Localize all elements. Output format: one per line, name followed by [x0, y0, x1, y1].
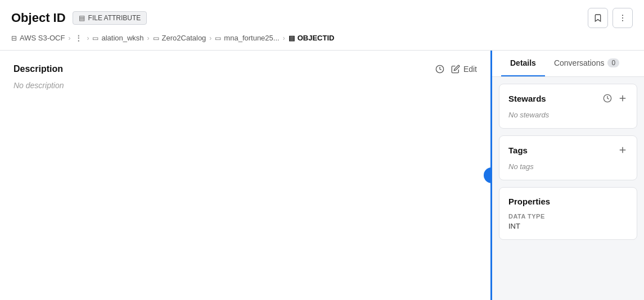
badge-icon: ▤ — [79, 14, 85, 22]
edit-label: Edit — [463, 65, 477, 74]
tabs: Details Conversations 0 — [492, 51, 644, 77]
left-panel: Description Edit No description — [0, 51, 492, 300]
stewards-card: Stewards No stewards — [499, 84, 637, 129]
svg-point-1 — [622, 17, 623, 19]
tab-conversations-label: Conversations — [554, 58, 605, 67]
svg-point-0 — [622, 15, 623, 16]
page-header: Object ID ▤ FILE ATTRIBUTE ⊟ AWS S3-OCF … — [0, 0, 644, 51]
more-options-button[interactable] — [613, 8, 633, 28]
no-description: No description — [13, 81, 64, 90]
page-title: Object ID — [11, 11, 66, 25]
right-panel: Details Conversations 0 Stewards — [492, 51, 644, 300]
prop-data-type-value: INT — [508, 222, 628, 230]
properties-title: Properties — [508, 197, 550, 206]
breadcrumb-label-mna: mna_fortune25... — [224, 34, 279, 42]
prop-data-type-label: DATA TYPE — [508, 213, 628, 220]
description-header: Description Edit — [13, 64, 477, 74]
alation-icon: ▭ — [92, 34, 98, 42]
tab-details-label: Details — [510, 58, 536, 67]
breadcrumb-item-alation[interactable]: ▭ alation_wksh — [92, 34, 143, 42]
description-actions: Edit — [435, 65, 477, 74]
no-tags: No tags — [508, 162, 534, 171]
objectid-icon: ▤ — [289, 34, 295, 42]
badge-label: FILE ATTRIBUTE — [88, 14, 141, 22]
conversations-count: 0 — [607, 58, 619, 67]
file-attribute-badge: ▤ FILE ATTRIBUTE — [73, 11, 147, 25]
breadcrumb-item-objectid[interactable]: ▤ OBJECTID — [289, 34, 335, 42]
breadcrumb-label-aws: AWS S3-OCF — [20, 34, 65, 42]
tags-actions — [618, 145, 628, 155]
stewards-add-button[interactable] — [618, 93, 628, 103]
breadcrumb-dots[interactable]: ⋮ — [74, 34, 83, 42]
breadcrumb-sep-2: › — [87, 34, 89, 42]
zero2-icon: ▭ — [153, 34, 159, 42]
properties-card: Properties DATA TYPE INT — [499, 187, 637, 240]
collapse-button[interactable] — [484, 167, 492, 183]
no-stewards: No stewards — [508, 111, 549, 119]
stewards-actions — [603, 93, 628, 103]
stewards-history-button[interactable] — [603, 94, 612, 103]
breadcrumb-sep-3: › — [147, 34, 150, 42]
stewards-header: Stewards — [508, 93, 628, 103]
breadcrumb-label-objectid: OBJECTID — [298, 34, 335, 42]
svg-point-2 — [622, 20, 623, 21]
title-area: Object ID ▤ FILE ATTRIBUTE — [11, 11, 147, 25]
tags-header: Tags — [508, 145, 628, 155]
description-title: Description — [13, 64, 63, 74]
header-actions — [588, 8, 633, 28]
history-button[interactable] — [435, 65, 444, 74]
breadcrumb-label-zero2: Zero2Catalog — [162, 34, 206, 42]
breadcrumb-label-alation: alation_wksh — [101, 34, 143, 42]
tags-title: Tags — [508, 146, 528, 155]
prop-data-type: DATA TYPE INT — [508, 213, 628, 230]
stewards-title: Stewards — [508, 94, 546, 103]
edit-button[interactable]: Edit — [451, 65, 477, 74]
aws-icon: ⊟ — [11, 34, 17, 42]
mna-icon: ▭ — [215, 34, 221, 42]
breadcrumb-item-zero2[interactable]: ▭ Zero2Catalog — [153, 34, 206, 42]
breadcrumb-sep-5: › — [283, 34, 285, 42]
tags-add-button[interactable] — [618, 145, 628, 155]
breadcrumb-sep-1: › — [68, 34, 70, 42]
main-container: Description Edit No description Details — [0, 51, 644, 300]
tab-conversations[interactable]: Conversations 0 — [545, 51, 628, 76]
properties-header: Properties — [508, 197, 628, 206]
tags-card: Tags No tags — [499, 135, 637, 180]
breadcrumb-item-mna[interactable]: ▭ mna_fortune25... — [215, 34, 279, 42]
breadcrumb-sep-4: › — [209, 34, 211, 42]
tab-details[interactable]: Details — [501, 51, 545, 76]
breadcrumb-item-aws[interactable]: ⊟ AWS S3-OCF — [11, 34, 65, 42]
bookmark-button[interactable] — [588, 8, 608, 28]
breadcrumb: ⊟ AWS S3-OCF › ⋮ › ▭ alation_wksh › ▭ Ze… — [11, 34, 633, 42]
